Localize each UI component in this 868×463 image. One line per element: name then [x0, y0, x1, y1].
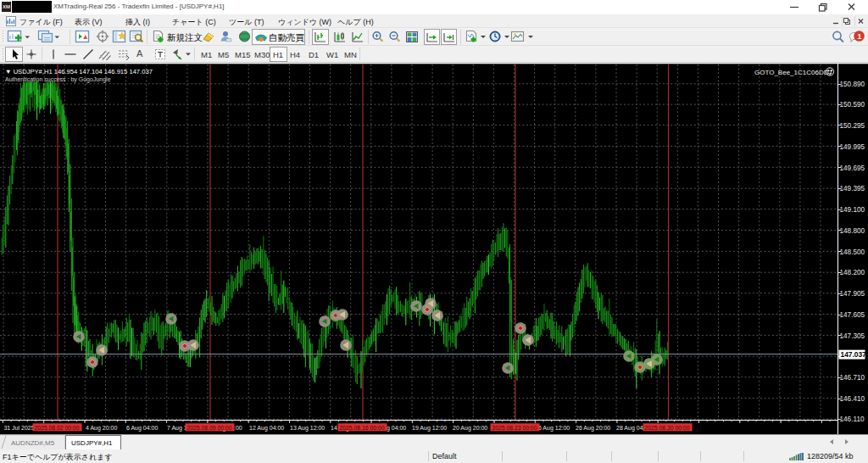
svg-text:146.110: 146.110: [840, 416, 865, 423]
svg-text:20 Aug 20:00: 20 Aug 20:00: [453, 425, 487, 432]
svg-text:150.295: 150.295: [840, 122, 865, 130]
svg-text:GOTO_Bee_1C1C06DD7: GOTO_Bee_1C1C06DD7: [754, 69, 832, 76]
svg-text:2025.08.16 00:00: 2025.08.16 00:00: [340, 425, 385, 431]
svg-text:149.995: 149.995: [840, 143, 865, 151]
svg-text:149.100: 149.100: [840, 206, 865, 214]
svg-text:13 Aug 12:00: 13 Aug 12:00: [290, 425, 325, 432]
svg-text:AUDNZD#,M5: AUDNZD#,M5: [11, 439, 55, 447]
svg-text:147.905: 147.905: [840, 290, 865, 298]
svg-text:147.305: 147.305: [840, 332, 865, 340]
svg-text:4 Aug 20:00: 4 Aug 20:00: [86, 425, 117, 432]
svg-text:6 Aug 04:00: 6 Aug 04:00: [126, 425, 158, 432]
svg-text:19 Aug 12:00: 19 Aug 12:00: [412, 425, 447, 432]
svg-text:2025.08.02 00:00: 2025.08.02 00:00: [35, 425, 80, 431]
svg-text:2025.08.30 00:00: 2025.08.30 00:00: [645, 425, 690, 431]
svg-text:Authentication success : by Go: Authentication success : by GogoJungle: [5, 76, 111, 83]
svg-text:1: 1: [858, 32, 862, 41]
svg-text:147.605: 147.605: [840, 311, 865, 319]
svg-text:USDJPY#,H1: USDJPY#,H1: [71, 439, 113, 447]
svg-text:148.500: 148.500: [840, 248, 865, 256]
svg-text:▼ USDJPY#,H1 146.954 147.104: ▼ USDJPY#,H1 146.954 147.104 146.915 147…: [5, 68, 153, 75]
svg-text:147.037: 147.037: [841, 350, 867, 359]
svg-text:146.710: 146.710: [840, 374, 865, 382]
svg-text:150.590: 150.590: [840, 101, 865, 109]
svg-text:12 Aug 04:00: 12 Aug 04:00: [249, 425, 284, 432]
svg-text:26 Aug 20:00: 26 Aug 20:00: [576, 425, 610, 432]
svg-text:146.410: 146.410: [840, 395, 865, 403]
svg-text:149.695: 149.695: [840, 165, 865, 172]
svg-text:31 Jul 2025: 31 Jul 2025: [3, 425, 34, 431]
svg-text:2025.08.09 00:00: 2025.08.09 00:00: [187, 425, 232, 431]
svg-text:148.800: 148.800: [840, 227, 865, 235]
svg-text:2025.08.23 00:00: 2025.08.23 00:00: [492, 425, 537, 431]
svg-text:148.200: 148.200: [840, 269, 865, 276]
svg-text:149.395: 149.395: [840, 185, 865, 192]
svg-text:25 Aug 12:00: 25 Aug 12:00: [535, 425, 570, 432]
svg-text:150.890: 150.890: [840, 81, 865, 88]
